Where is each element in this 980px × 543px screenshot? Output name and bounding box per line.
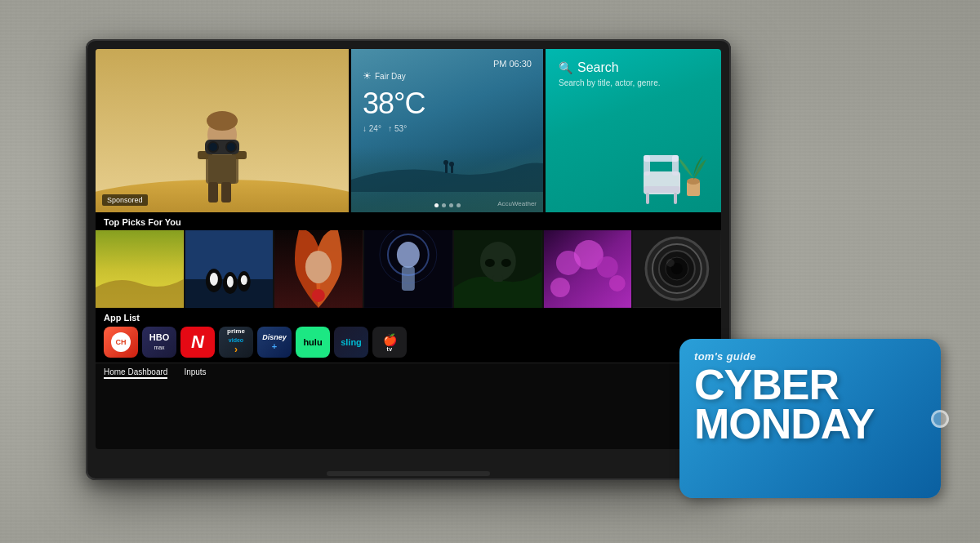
top-row-widgets: Sponsored PM 06:30 ☀ Fair Day 38°C ↓ 24°… [96,49,721,212]
svg-point-57 [596,256,617,278]
tag-shape: tom's guide CYBER MONDAY [679,339,941,498]
carousel-dot-4 [457,203,461,207]
weather-credit: AccuWeather [497,200,537,207]
hulu-label: hulu [303,337,322,347]
hero-widget[interactable]: Sponsored [96,49,349,212]
cyber-monday-text: CYBER MONDAY [694,366,924,444]
sun-icon: ☀ [363,70,372,82]
app-list-section: App List CH HBOmax N [96,308,721,363]
svg-rect-24 [646,193,649,204]
pick-item-wheat[interactable] [96,230,184,308]
weather-condition: ☀ Fair Day [363,70,532,82]
svg-point-10 [209,143,217,151]
bottom-navigation: Home Dashboard Inputs [96,363,721,383]
svg-point-37 [227,276,234,287]
tv-display: Sponsored PM 06:30 ☀ Fair Day 38°C ↓ 24°… [86,39,731,480]
svg-point-34 [210,273,218,286]
svg-point-58 [550,278,570,297]
hbo-max-label: HBOmax [149,333,169,351]
tv-frame: Sponsored PM 06:30 ☀ Fair Day 38°C ↓ 24°… [86,39,731,480]
weather-temperature: 38°C [363,87,532,121]
tag-content: tom's guide CYBER MONDAY [679,339,941,454]
svg-point-21 [687,178,700,185]
weather-widget[interactable]: PM 06:30 ☀ Fair Day 38°C ↓ 24° ↑ 53° [351,49,543,212]
svg-point-19 [449,162,454,167]
search-widget[interactable]: 🔍 Search Search by title, actor, genre. [546,49,721,212]
app-icon-apple-tv[interactable]: 🍎 tv [372,327,407,358]
apple-tv-label: 🍎 tv [383,333,397,352]
search-widget-title: 🔍 Search [559,60,708,75]
pick-item-purple[interactable] [544,230,632,308]
svg-rect-25 [674,193,677,204]
app-icon-prime-video[interactable]: prime video › [219,327,253,358]
pick-item-skull[interactable] [454,230,542,308]
tv-screen: Sponsored PM 06:30 ☀ Fair Day 38°C ↓ 24°… [96,49,721,449]
svg-point-52 [501,259,511,267]
svg-point-40 [241,275,247,285]
svg-rect-14 [221,182,231,203]
app-icon-disney-plus[interactable]: Disney + [257,327,292,358]
svg-point-45 [397,242,420,268]
apps-row: CH HBOmax N prime video [104,327,713,358]
svg-rect-46 [402,266,415,291]
svg-point-51 [485,259,495,267]
svg-rect-28 [644,155,679,162]
sling-label: sling [341,337,362,347]
app-icon-netflix[interactable]: N [180,327,215,358]
svg-point-43 [312,289,325,302]
cyber-monday-tag: tom's guide CYBER MONDAY [679,339,941,498]
nav-item-home-dashboard[interactable]: Home Dashboard [104,367,167,379]
netflix-label: N [191,332,204,353]
top-picks-label: Top Picks For You [96,212,721,230]
svg-point-6 [207,111,238,131]
svg-rect-12 [208,155,236,184]
svg-point-59 [608,275,625,292]
carousel-dot-3 [449,203,453,207]
search-magnifier-icon: 🔍 [559,61,572,74]
pick-item-glowing[interactable] [364,230,452,308]
sponsored-badge: Sponsored [102,194,148,206]
nav-item-inputs[interactable]: Inputs [184,367,206,379]
hero-background [96,49,349,212]
app-icon-hulu[interactable]: hulu [296,327,330,358]
pick-item-penguins[interactable] [185,230,274,308]
svg-point-66 [666,259,675,267]
app-list-label: App List [104,313,713,323]
svg-point-42 [305,251,332,283]
svg-rect-53 [493,275,503,282]
pick-item-lens[interactable] [633,230,721,308]
app-icon-hbo-max[interactable]: HBOmax [142,327,176,358]
tag-hole [931,410,949,428]
carousel-dot-2 [442,203,446,207]
search-decoration [639,139,713,204]
app-icon-sling[interactable]: sling [334,327,368,358]
weather-time: PM 06:30 [363,59,532,69]
svg-point-17 [443,160,448,165]
svg-rect-23 [644,186,680,193]
pick-item-redhead[interactable] [274,230,363,308]
search-widget-subtitle: Search by title, actor, genre. [559,78,708,87]
svg-point-11 [227,143,235,151]
weather-carousel-dots [434,203,461,207]
weather-range: ↓ 24° ↑ 53° [363,124,532,133]
app-icon-channel[interactable]: CH [104,327,138,358]
prime-video-label: prime video › [227,327,245,356]
svg-rect-13 [208,182,218,203]
disney-plus-label: Disney + [262,333,287,351]
carousel-dot-1 [434,203,439,207]
top-picks-row [96,230,721,308]
ch-logo: CH [111,332,131,352]
